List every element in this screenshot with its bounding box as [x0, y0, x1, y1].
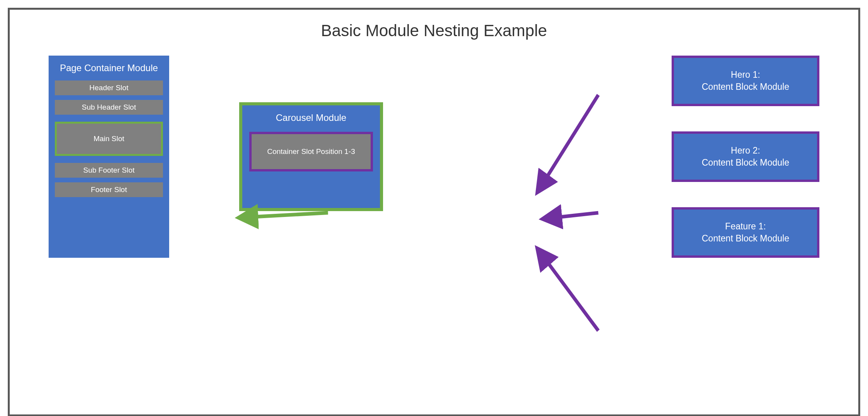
feature-1-line2: Content Block Module — [674, 232, 817, 245]
hero-1-line1: Hero 1: — [674, 69, 817, 81]
carousel-container-slot: Container Slot Position 1-3 — [249, 132, 373, 171]
feature-1-block: Feature 1: Content Block Module — [672, 207, 819, 258]
arrow-feature1-to-slot — [538, 249, 598, 331]
carousel-title: Carousel Module — [249, 112, 373, 123]
sub-footer-slot: Sub Footer Slot — [55, 163, 163, 178]
arrow-hero2-to-slot — [543, 213, 598, 219]
main-slot: Main Slot — [55, 122, 163, 156]
hero-1-block: Hero 1: Content Block Module — [672, 56, 819, 106]
arrow-carousel-to-main — [240, 213, 328, 217]
arrow-hero1-to-slot — [538, 95, 598, 192]
footer-slot: Footer Slot — [55, 182, 163, 197]
carousel-module: Carousel Module Container Slot Position … — [239, 102, 383, 211]
hero-2-line1: Hero 2: — [674, 145, 817, 157]
hero-2-block: Hero 2: Content Block Module — [672, 131, 819, 182]
feature-1-line1: Feature 1: — [674, 220, 817, 232]
page-container-title: Page Container Module — [55, 63, 163, 73]
hero-2-line2: Content Block Module — [674, 157, 817, 169]
diagram-canvas: Page Container Module Header Slot Sub He… — [33, 56, 835, 394]
page-container-module: Page Container Module Header Slot Sub He… — [49, 56, 169, 258]
sub-header-slot: Sub Header Slot — [55, 100, 163, 115]
hero-1-line2: Content Block Module — [674, 81, 817, 93]
diagram-frame: Basic Module Nesting Example Page Contai… — [8, 8, 860, 416]
diagram-title: Basic Module Nesting Example — [33, 21, 835, 40]
header-slot: Header Slot — [55, 80, 163, 95]
